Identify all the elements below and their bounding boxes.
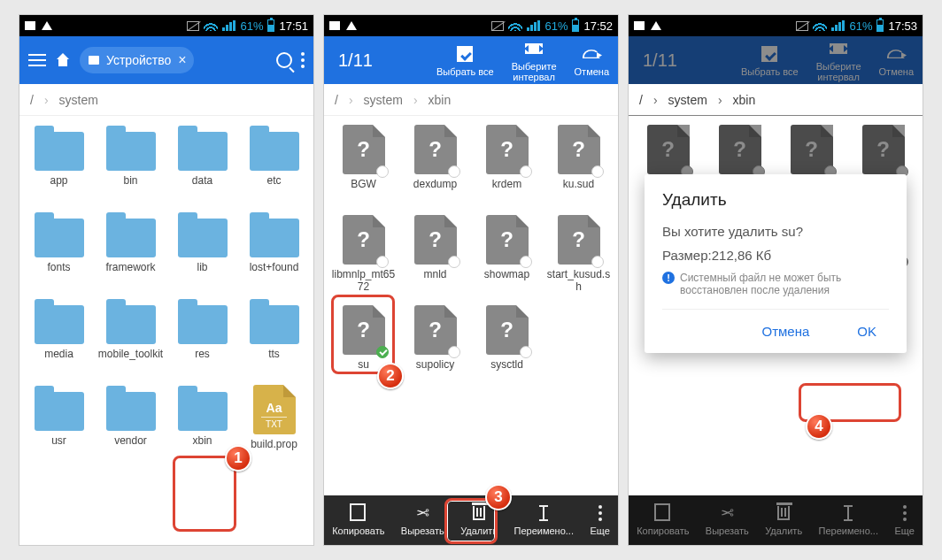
folder-icon — [35, 219, 84, 257]
folder-item[interactable]: fonts — [23, 208, 95, 289]
unknown-file-icon — [414, 305, 457, 355]
select-all-button: Выбрать все — [732, 35, 807, 86]
folder-item[interactable]: tts — [238, 295, 310, 376]
more-button[interactable]: Еще — [584, 501, 614, 540]
folder-item[interactable]: lost+found — [238, 208, 310, 289]
chevron-right-icon: › — [44, 93, 49, 107]
file-item[interactable]: dexdump — [399, 121, 471, 206]
file-item[interactable]: sysctld — [471, 302, 543, 387]
folder-icon — [178, 305, 228, 344]
select-interval-button[interactable]: Выберите интервал — [503, 35, 566, 86]
rename-button[interactable]: Переимено... — [509, 501, 579, 540]
breadcrumb[interactable]: / › system — [19, 84, 313, 116]
interval-icon — [830, 43, 847, 54]
folder-icon — [35, 305, 84, 344]
folder-item[interactable]: etc — [238, 121, 310, 203]
unknown-file-icon — [862, 125, 905, 174]
copy-button[interactable]: Копировать — [327, 501, 390, 540]
unknown-file-icon — [791, 125, 833, 174]
more-icon[interactable] — [301, 52, 305, 68]
file-item[interactable]: BGW — [328, 121, 399, 206]
battery-percent: 61% — [849, 19, 872, 33]
status-bar: 61% 17:51 — [19, 15, 313, 36]
interval-icon — [525, 43, 543, 54]
cancel-selection-button[interactable]: Отмена — [566, 35, 618, 86]
info-icon: ! — [662, 272, 675, 284]
more-button: Еще — [889, 501, 919, 540]
folder-icon — [250, 219, 299, 257]
chevron-right-icon: › — [413, 93, 418, 107]
scissors-icon — [413, 504, 431, 522]
dialog-cancel-button[interactable]: Отмена — [749, 318, 822, 344]
folder-item[interactable]: media — [23, 295, 95, 376]
file-item[interactable]: libmnlp_mt6572 — [328, 211, 399, 296]
screen-3: 61% 17:53 1/11 Выбрать все Выберите инте… — [628, 14, 923, 546]
file-item[interactable]: krdem — [471, 121, 543, 206]
bottom-bar: Копировать Вырезать Удалить Переимено...… — [324, 495, 618, 545]
folder-item[interactable]: usr — [23, 381, 95, 466]
folder-item[interactable]: res — [166, 295, 238, 376]
clock: 17:53 — [888, 19, 917, 33]
scissors-icon — [718, 504, 736, 522]
more-icon — [903, 505, 907, 521]
folder-item-xbin[interactable]: xbin — [166, 381, 238, 466]
chevron-right-icon: › — [653, 93, 658, 107]
folder-item[interactable]: lib — [166, 208, 238, 289]
file-item-su[interactable]: su — [328, 302, 399, 387]
folder-item[interactable]: bin — [95, 121, 166, 203]
unknown-file-icon — [343, 305, 385, 355]
toolbar: Устройство × — [19, 36, 313, 84]
file-item-buildprop[interactable]: Aa TXT build.prop — [238, 381, 310, 466]
wifi-icon — [813, 20, 827, 31]
file-item[interactable]: mnld — [399, 211, 471, 296]
home-icon[interactable] — [55, 53, 71, 67]
file-item[interactable]: start_kusud.sh — [543, 211, 614, 296]
delete-button[interactable]: Удалить — [455, 501, 503, 540]
folder-item[interactable]: mobile_toolkit — [95, 295, 166, 376]
select-interval-button: Выберите интервал — [807, 35, 870, 86]
selection-count: 1/11 — [629, 50, 691, 71]
chevron-right-icon: › — [718, 93, 722, 107]
warning-icon — [346, 21, 357, 30]
select-all-button[interactable]: Выбрать все — [428, 35, 503, 86]
cancel-selection-button: Отмена — [870, 35, 923, 86]
copy-icon — [352, 506, 365, 520]
selection-toolbar: 1/11 Выбрать все Выберите интервал Отмен… — [629, 36, 923, 84]
folder-icon — [178, 132, 228, 171]
warning-icon — [651, 21, 661, 30]
folder-item[interactable]: app — [23, 121, 95, 203]
file-item[interactable]: supolicy — [399, 302, 471, 387]
nosim-icon — [491, 21, 504, 31]
folder-icon — [106, 219, 156, 257]
nosim-icon — [187, 21, 199, 31]
nosim-icon — [796, 21, 808, 31]
dialog-ok-button[interactable]: OK — [845, 318, 889, 344]
checkbox-icon — [457, 46, 473, 62]
folder-item[interactable]: framework — [95, 208, 166, 289]
dialog-title: Удалить — [662, 190, 889, 210]
selection-toolbar: 1/11 Выбрать все Выберите интервал Отмен… — [324, 36, 618, 84]
folder-item[interactable]: data — [166, 121, 238, 203]
cut-button[interactable]: Вырезать — [396, 501, 450, 540]
delete-button: Удалить — [760, 501, 807, 540]
battery-icon — [267, 19, 274, 32]
copy-button: Копировать — [631, 501, 694, 540]
close-icon[interactable]: × — [178, 52, 186, 68]
trash-icon — [777, 506, 790, 520]
dialog-size: Размер:212,86 Кб — [662, 248, 889, 263]
folder-icon — [178, 219, 228, 257]
search-icon[interactable] — [276, 52, 292, 68]
menu-icon[interactable] — [28, 54, 46, 66]
folder-icon — [178, 392, 228, 431]
selection-count: 1/11 — [324, 50, 387, 71]
file-item[interactable]: ku.sud — [543, 121, 614, 206]
breadcrumb[interactable]: / › system › xbin — [324, 84, 618, 116]
checkbox-icon — [761, 46, 777, 62]
folder-icon — [106, 305, 156, 344]
battery-percent: 61% — [240, 19, 263, 33]
device-chip[interactable]: Устройство × — [80, 47, 194, 73]
file-item[interactable]: showmap — [471, 211, 543, 296]
folder-item[interactable]: vendor — [95, 381, 166, 466]
clock: 17:51 — [279, 19, 308, 33]
trash-icon — [473, 506, 485, 520]
